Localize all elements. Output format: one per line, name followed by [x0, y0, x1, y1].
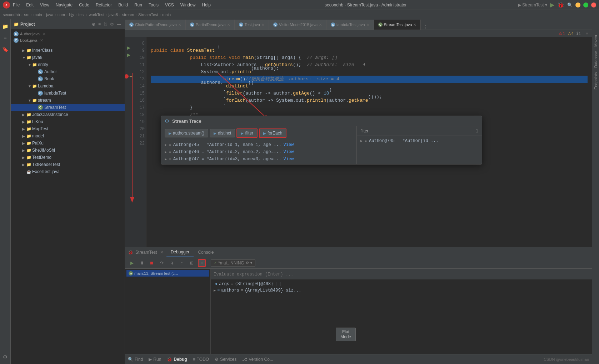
tab-close-visitormodel[interactable]: ✕ — [319, 23, 322, 27]
tab-close-partialdemo[interactable]: ✕ — [227, 23, 230, 27]
panel-close-icon[interactable]: — — [116, 21, 122, 27]
breadcrumb-main-method[interactable]: main — [162, 12, 171, 17]
right-sidebar-database[interactable]: Database — [593, 50, 599, 69]
tab-close-test[interactable]: ✕ — [261, 23, 264, 27]
expand-icon-right-0[interactable]: ▶ — [360, 139, 363, 143]
tree-item-innerclass[interactable]: ▶ 📁 InnerClass — [11, 47, 125, 54]
debug-frames-button[interactable]: ⊞ — [188, 259, 196, 267]
debug-stop-button[interactable]: ⏹ — [148, 259, 156, 267]
close-button[interactable] — [591, 2, 596, 7]
tree-item-book[interactable]: C Book — [11, 75, 125, 82]
bottom-run[interactable]: ▶ Run — [149, 357, 161, 362]
debug-run-button[interactable]: 🐞 — [557, 1, 564, 8]
tab-visitormodel[interactable]: C VisitorModel2015.java ✕ — [269, 20, 326, 30]
tree-item-testdemo[interactable]: ▶ 📁 TestDemo — [11, 154, 125, 161]
maximize-button[interactable] — [583, 2, 588, 7]
book-java-tab[interactable]: C Book.java ✕ — [14, 37, 122, 44]
tree-item-shejimoshi[interactable]: ▶ 📁 SheJiMoShi — [11, 147, 125, 154]
breadcrumb-main[interactable]: main — [34, 12, 42, 17]
tab-close-streamtest[interactable]: ✕ — [413, 23, 416, 27]
stream-data-right-row-0[interactable]: ▶ ≡ Author@745 = *Author{id=... — [357, 137, 482, 145]
debug-close-icon[interactable]: ✕ — [160, 250, 164, 255]
tree-item-txtreadertest[interactable]: ▶ 📁 TxtReaderTest — [11, 161, 125, 168]
run-button[interactable]: ▶ — [550, 1, 554, 8]
menu-help[interactable]: Help — [199, 2, 214, 8]
breadcrumb-streamtest[interactable]: StreamTest — [138, 12, 158, 17]
debug-stepover-button[interactable]: ↷ — [158, 259, 166, 267]
menu-navigate[interactable]: Navigate — [53, 2, 75, 8]
op-stream-source[interactable]: ▶ authors.stream() — [165, 129, 208, 137]
tab-more-button[interactable]: ⋮ — [421, 25, 431, 30]
data-view-link-1[interactable]: View — [284, 150, 294, 155]
panel-locate-icon[interactable]: ⊕ — [91, 21, 96, 27]
debug-resume-button[interactable]: ▶ — [128, 259, 136, 267]
debug-var-args[interactable]: ● args = {String[0]@498} [] — [212, 281, 590, 287]
sidebar-bookmarks-icon[interactable]: 🔖 — [1, 45, 10, 54]
authors-expand-icon[interactable]: ▶ — [214, 288, 216, 293]
breadcrumb-hjy[interactable]: hjy — [69, 12, 74, 17]
expand-icon-2[interactable]: ▶ — [165, 157, 167, 161]
panel-sort-icon[interactable]: ⇅ — [103, 21, 108, 27]
menu-code[interactable]: Code — [76, 2, 92, 8]
breadcrumb-src[interactable]: src — [24, 12, 29, 17]
tree-item-exceltest[interactable]: ☕ ExcelTest.java — [11, 168, 125, 175]
tree-item-paixu[interactable]: ▶ 📁 PaiXu — [11, 140, 125, 147]
run-config-dropdown[interactable]: ▶ StreamTest ▾ — [518, 2, 547, 7]
menu-vcs[interactable]: VCS — [162, 2, 177, 8]
menu-edit[interactable]: Edit — [23, 2, 36, 8]
tree-item-author[interactable]: C Author — [11, 68, 125, 75]
tab-close-lambdatest[interactable]: ✕ — [366, 23, 369, 27]
run-gutter-10[interactable]: ▶ — [125, 51, 132, 59]
stream-data-row-2[interactable]: ▶ ≡ Author@747 = *Author{id=3, name=3, a… — [161, 156, 356, 163]
stream-data-row-1[interactable]: ▶ ≡ Author@746 = *Author{id=2, name=2, a… — [161, 148, 356, 156]
menu-tools[interactable]: Tools — [146, 2, 161, 8]
debug-tab-debugger[interactable]: Debugger — [166, 247, 194, 257]
debug-var-authors[interactable]: ▶ ≡ authors = {ArrayList@499} siz... — [212, 287, 590, 294]
filter-dropdown-icon[interactable]: ▾ — [250, 261, 252, 265]
data-view-link-0[interactable]: View — [284, 142, 294, 147]
menu-view[interactable]: View — [37, 2, 52, 8]
breadcrumb-test[interactable]: test — [78, 12, 85, 17]
right-sidebar-endpoints[interactable]: Endpoints — [593, 71, 599, 91]
tree-item-lamdba[interactable]: ▼ 📁 Lamdba — [11, 82, 125, 90]
sidebar-project-icon[interactable]: 📁 — [1, 22, 10, 31]
op-foreach[interactable]: ▶ forEach — [259, 128, 286, 138]
op-filter[interactable]: ▶ filter — [236, 128, 258, 138]
debug-frame-main[interactable]: m main:13, StreamTest (c... — [126, 270, 209, 277]
bottom-find[interactable]: 🔍 Find — [128, 357, 143, 362]
search-button[interactable]: 🔍 — [567, 2, 573, 7]
debug-stepinto-button[interactable]: ↴ — [168, 259, 176, 267]
tree-item-stream[interactable]: ▼ 📁 stream — [11, 97, 125, 104]
stream-data-row-0[interactable]: ▶ ≡ Author@745 = *Author{id=1, name=1, a… — [161, 141, 356, 148]
author-java-tab[interactable]: C Author.java ✕ — [14, 31, 122, 37]
menu-build[interactable]: Build — [115, 2, 131, 8]
bottom-debug[interactable]: 🐞 Debug — [167, 357, 187, 362]
expand-icon-1[interactable]: ▶ — [165, 150, 167, 154]
breadcrumb-java8[interactable]: java8 — [109, 12, 118, 17]
right-sidebar-maven[interactable]: Maven — [593, 34, 599, 48]
debug-eval-input[interactable] — [214, 272, 589, 277]
tab-lambdatest[interactable]: C lambdaTest.java ✕ — [326, 20, 374, 30]
tree-item-lambdatest[interactable]: C lambdaTest — [11, 90, 125, 97]
breadcrumb-worktest[interactable]: workTest — [89, 12, 104, 17]
tree-item-jdbcclass[interactable]: ▶ 📁 JdbcClassInstance — [11, 111, 125, 118]
tab-test[interactable]: C Test.java ✕ — [235, 20, 269, 30]
sidebar-structure-icon[interactable]: ≡ — [1, 34, 10, 42]
flat-mode-button[interactable]: Flat Mode — [336, 328, 356, 341]
breadcrumb-com[interactable]: com — [58, 12, 65, 17]
menu-refactor[interactable]: Refactor — [93, 2, 115, 8]
menu-file[interactable]: File — [10, 2, 23, 8]
tree-item-likou[interactable]: ▶ 📁 LiKou — [11, 118, 125, 125]
filter-settings-icon[interactable]: ⚙ — [246, 261, 249, 265]
tab-partialdemo[interactable]: C PartialDemo.java ✕ — [186, 20, 235, 30]
debug-stream-trace-button[interactable]: ≡ — [198, 259, 206, 267]
sidebar-structure-bottom-icon[interactable]: ⚙ — [1, 353, 10, 361]
panel-settings-icon[interactable]: ⚙ — [109, 21, 115, 27]
breadcrumb-java[interactable]: java — [46, 12, 53, 17]
bottom-services[interactable]: ⚙ Services — [215, 357, 236, 362]
debug-pause-button[interactable]: ⏸ — [138, 259, 146, 267]
tree-item-java8[interactable]: ▼ 📁 java8 — [11, 54, 125, 61]
panel-collapse-icon[interactable]: ≡ — [98, 21, 101, 27]
breakpoint-13[interactable] — [125, 74, 129, 79]
tab-chainpatterndemo[interactable]: C ChainPatternDemo.java ✕ — [125, 20, 186, 30]
